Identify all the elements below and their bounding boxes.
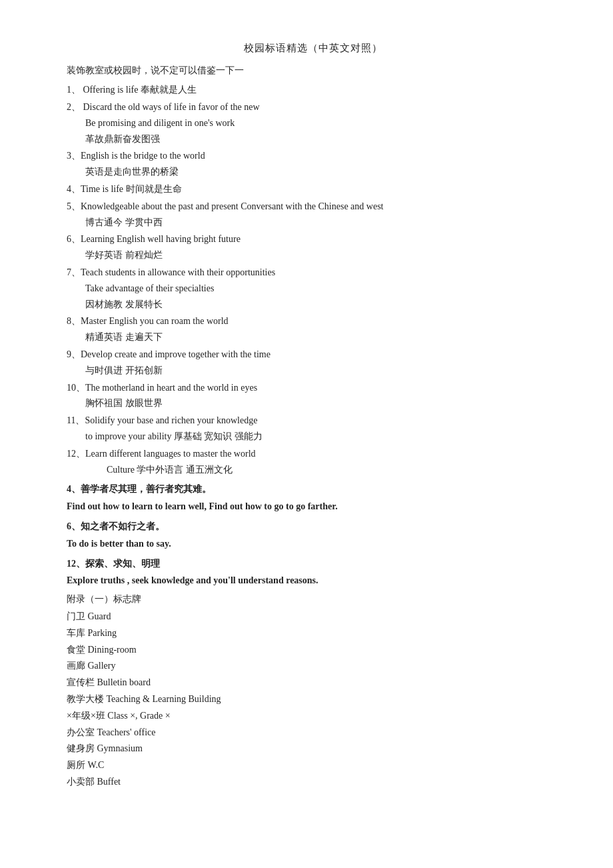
item-text: 1、 Offering is life 奉献就是人生 (67, 82, 560, 98)
bold-chinese-4: 4、善学者尽其理，善行者究其难。 (67, 484, 211, 494)
bold-english-text-12: Explore truths , seek knowledge and you'… (67, 575, 318, 585)
appendix-item: 办公室 Teachers' office (67, 725, 560, 741)
bold-section-12: 12、探索、求知、明理 (67, 556, 560, 572)
appendix-item: 车库 Parking (67, 625, 560, 641)
item-sub-text: 革故鼎新奋发图强 (85, 131, 560, 147)
list-item: 11、Solidify your base and richen your kn… (67, 413, 560, 445)
list-item: 7、Teach students in allowance with their… (67, 265, 560, 312)
item-text: 10、The motherland in heart and the world… (67, 380, 560, 396)
list-item: 8、Master English you can roam the world … (67, 313, 560, 345)
bold-english-6: To do is better than to say. (67, 536, 560, 552)
item-text: 3、English is the bridge to the world (67, 148, 560, 164)
list-item: 2、 Discard the old ways of life in favor… (67, 99, 560, 147)
bold-english-12: Explore truths , seek knowledge and you'… (67, 573, 560, 589)
item-sub-text: 因材施教 发展特长 (85, 297, 560, 313)
items-list: 1、 Offering is life 奉献就是人生 2、 Discard th… (67, 82, 560, 477)
item-sub-text: 精通英语 走遍天下 (85, 329, 560, 345)
item-text: 12、Learn different languages to master t… (67, 446, 560, 462)
bold-section-6: 6、知之者不如行之者。 (67, 519, 560, 535)
item-text: 5、Knowledgeable about the past and prese… (67, 199, 560, 215)
item-sub-text: 博古通今 学贯中西 (85, 215, 560, 231)
item-text: 2、 Discard the old ways of life in favor… (67, 99, 560, 115)
appendix-item: 画廊 Gallery (67, 658, 560, 674)
bold-chinese-12: 12、探索、求知、明理 (67, 559, 160, 569)
intro-text: 装饰教室或校园时，说不定可以借鉴一下一 (67, 63, 560, 79)
item-sub-text: Take advantage of their specialties (85, 281, 560, 297)
item-text: 8、Master English you can roam the world (67, 313, 560, 329)
item-sub-text: 胸怀祖国 放眼世界 (85, 395, 560, 411)
page-title: 校园标语精选（中英文对照） (67, 40, 560, 57)
item-text: 7、Teach students in allowance with their… (67, 265, 560, 281)
item-sub-text: Culture 学中外语言 通五洲文化 (107, 462, 560, 478)
bold-chinese-6: 6、知之者不如行之者。 (67, 521, 165, 531)
item-text: 4、Time is life 时间就是生命 (67, 181, 560, 197)
item-text: 9、Develop create and improve together wi… (67, 347, 560, 363)
item-sub-text: Be promising and diligent in one's work (85, 115, 560, 131)
list-item: 10、The motherland in heart and the world… (67, 380, 560, 412)
bold-english-4: Find out how to learn to learn well, Fin… (67, 499, 560, 515)
bold-section-4: 4、善学者尽其理，善行者究其难。 (67, 481, 560, 497)
bold-english-text-4: Find out how to learn to learn well, Fin… (67, 501, 338, 511)
appendix-item: 小卖部 Buffet (67, 774, 560, 790)
appendix-item: ×年级×班 Class ×, Grade × (67, 708, 560, 724)
appendix-item: 门卫 Guard (67, 609, 560, 625)
list-item: 1、 Offering is life 奉献就是人生 (67, 82, 560, 98)
item-sub-text: 学好英语 前程灿烂 (85, 247, 560, 263)
appendix-item: 厕所 W.C (67, 757, 560, 773)
appendix-title: 附录（一）标志牌 (67, 591, 560, 607)
list-item: 5、Knowledgeable about the past and prese… (67, 199, 560, 231)
appendix-item: 健身房 Gymnasium (67, 741, 560, 757)
list-item: 12、Learn different languages to master t… (67, 446, 560, 478)
item-sub-text: to improve your ability 厚基础 宽知识 强能力 (85, 429, 560, 445)
item-sub-text: 英语是走向世界的桥梁 (85, 164, 560, 180)
appendix-list: 门卫 Guard 车库 Parking 食堂 Dining-room 画廊 Ga… (67, 609, 560, 790)
list-item: 4、Time is life 时间就是生命 (67, 181, 560, 197)
item-text: 6、Learning English well having bright fu… (67, 231, 560, 247)
list-item: 6、Learning English well having bright fu… (67, 231, 560, 263)
appendix-item: 食堂 Dining-room (67, 642, 560, 658)
list-item: 3、English is the bridge to the world 英语是… (67, 148, 560, 180)
bold-english-text-6: To do is better than to say. (67, 539, 171, 549)
appendix-item: 宣传栏 Bulletin board (67, 675, 560, 691)
list-item: 9、Develop create and improve together wi… (67, 347, 560, 379)
item-sub-text: 与时俱进 开拓创新 (85, 363, 560, 379)
item-text: 11、Solidify your base and richen your kn… (67, 413, 560, 429)
appendix-item: 教学大楼 Teaching & Learning Building (67, 691, 560, 707)
